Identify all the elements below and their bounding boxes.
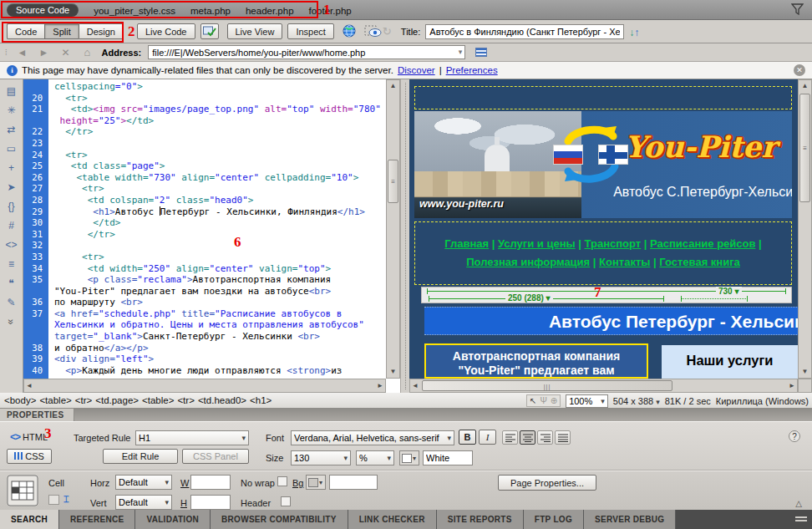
nav-link[interactable]: Контакты [599, 256, 650, 268]
targeted-rule-select[interactable]: H1 ▾ [135, 430, 249, 445]
forward-icon[interactable]: ► [37, 47, 52, 58]
code-line[interactable]: 28 <td colspan="2" class="head0"> [23, 195, 386, 206]
check-browser-compat-icon[interactable] [200, 23, 219, 39]
text-color-swatch[interactable]: ▾ [399, 450, 419, 465]
h-input[interactable] [190, 495, 231, 510]
site-banner[interactable]: You-Piter Автобус С.Петербург-Хельсинки … [414, 111, 792, 218]
coding-toolbar-icon[interactable]: ▤ [7, 86, 16, 96]
html-mode-button[interactable]: <> HTML [10, 431, 48, 443]
tag-selector-item[interactable]: <h1> [250, 395, 272, 405]
column-width-label[interactable]: 250 (288) ▾ [505, 293, 553, 303]
coding-toolbar-icon[interactable]: ✎ [7, 298, 15, 308]
file-management-icon[interactable]: ↓↑ [629, 24, 639, 39]
address-input[interactable]: file:///E|/WebServers/home/you-piter/www… [148, 45, 465, 59]
align-center-button[interactable] [520, 430, 535, 445]
code-line[interactable]: Хельсинки и обратно. Цены и места отправ… [23, 319, 386, 331]
help-icon[interactable]: ? [789, 430, 800, 442]
font-select[interactable]: Verdana, Arial, Helvetica, sans-serif ▾ [291, 430, 454, 445]
header-checkbox[interactable] [281, 496, 291, 506]
back-icon[interactable]: ◄ [15, 47, 30, 58]
bold-button[interactable]: B [459, 430, 476, 445]
preferences-link[interactable]: Preferences [446, 65, 498, 75]
close-icon[interactable]: ✕ [794, 64, 805, 76]
w-input[interactable] [190, 475, 231, 490]
code-line[interactable]: 23 [23, 138, 386, 150]
coding-toolbar-icon[interactable]: » [7, 319, 17, 325]
italic-button[interactable]: I [479, 430, 496, 445]
coding-toolbar-icon[interactable]: # [8, 221, 14, 231]
chevron-down-icon[interactable]: ▾ [459, 48, 463, 56]
tag-selector-item[interactable]: <table> [39, 395, 71, 405]
css-panel-button[interactable]: CSS Panel [182, 449, 249, 464]
design-vscrollbar[interactable]: ▲ ≡ ▼ [798, 79, 812, 379]
panel-menu-icon[interactable] [795, 516, 807, 523]
scroll-right-icon[interactable]: ► [789, 382, 795, 389]
filter-icon[interactable] [791, 3, 804, 15]
table-width-bar[interactable]: 730 ▾ 250 (288) ▾ [421, 287, 792, 303]
stop-icon[interactable]: ✕ [58, 47, 74, 58]
scroll-thumb[interactable]: ≡ [388, 160, 398, 203]
justify-button[interactable] [555, 430, 571, 445]
scroll-left-icon[interactable]: ◄ [412, 382, 419, 389]
reclama-box[interactable]: Автотранспортная компания "You-Piter" пр… [424, 343, 648, 379]
code-view[interactable]: cellspacing="0">20 <tr>21 <td><img src="… [23, 79, 386, 379]
coding-toolbar-icon[interactable]: + [8, 163, 14, 173]
nav-link[interactable]: Полезная информация [466, 256, 590, 268]
magnification-select[interactable]: 100% ▾ [566, 394, 608, 408]
results-tab-reference[interactable]: REFERENCE [59, 510, 135, 529]
table-width-label[interactable]: 730 ▾ [716, 287, 742, 296]
vert-select[interactable]: Default ▾ [115, 495, 172, 510]
view-options-icon[interactable] [475, 48, 487, 57]
code-line[interactable]: 37<a href="schedule.php" title="Расписан… [23, 308, 386, 320]
scroll-left-icon[interactable]: ◄ [26, 382, 33, 389]
code-line[interactable]: 21 <td><img src="images/page_top.png" al… [23, 104, 386, 115]
results-tab-validation[interactable]: VALIDATION [135, 510, 211, 529]
code-line[interactable]: cellspacing="0"> [23, 81, 386, 93]
unit-select[interactable]: % ▾ [356, 450, 394, 465]
tag-selector-item[interactable]: <td.head0> [198, 395, 246, 405]
code-vscrollbar[interactable]: ▲ ≡ ▼ [386, 79, 400, 379]
live-code-button[interactable]: Live Code [137, 23, 195, 39]
hand-tool-icon[interactable]: Ψ [540, 396, 546, 405]
properties-tab[interactable]: PROPERTIES [0, 409, 74, 421]
page-properties-button[interactable]: Page Properties... [498, 475, 596, 491]
horz-select[interactable]: Default ▾ [115, 475, 172, 490]
code-line[interactable]: 30 </td> [23, 217, 386, 229]
scroll-thumb[interactable]: ≡ [799, 94, 810, 202]
tag-selector-item[interactable]: <table> [142, 395, 174, 405]
code-line[interactable]: 38и обратно</a></p> [23, 343, 386, 354]
tag-selector-item[interactable]: <tr> [177, 395, 194, 405]
code-line[interactable]: 27 <tr> [23, 183, 386, 195]
merge-cells-icon[interactable] [48, 495, 59, 505]
css-mode-button[interactable]: CSS [7, 449, 52, 464]
code-line[interactable]: 36по маршруту <br> [23, 297, 386, 308]
code-line[interactable]: 24 <tr> [23, 150, 386, 161]
coding-toolbar-icon[interactable]: ➤ [7, 182, 15, 192]
coding-toolbar-icon[interactable]: ⇄ [7, 125, 15, 135]
nav-link[interactable]: Расписание рейсов [650, 237, 755, 250]
edit-rule-button[interactable]: Edit Rule [103, 449, 178, 464]
split-divider[interactable] [400, 79, 409, 393]
results-tab-ftp-log[interactable]: FTP LOG [524, 510, 584, 529]
code-line[interactable]: 31 </tr> [23, 229, 386, 241]
coding-toolbar-icon[interactable]: <> [5, 240, 17, 250]
code-line[interactable]: 26 <table width="730" align="center" cel… [23, 172, 386, 184]
design-hscrollbar[interactable]: ◄ ||| ► [409, 379, 798, 393]
scroll-right-icon[interactable]: ► [377, 382, 383, 389]
collapse-panel-icon[interactable]: △ [795, 499, 802, 508]
scroll-down-icon[interactable]: ▼ [799, 366, 811, 378]
zoom-tool-icon[interactable]: ⊕ [551, 396, 557, 405]
services-box[interactable]: Наши услуги [662, 345, 798, 379]
title-input[interactable] [425, 24, 624, 39]
scroll-down-icon[interactable]: ▼ [387, 366, 399, 378]
code-line[interactable]: 39<div align="left"> [23, 354, 386, 365]
live-view-button[interactable]: Live View [227, 23, 283, 39]
page-h1-design[interactable]: Автобус Петербург - Хельсинки, Финляндия [424, 307, 798, 335]
align-right-button[interactable] [537, 430, 553, 445]
tag-selector-item[interactable]: <body> [4, 395, 36, 405]
results-tab-link-checker[interactable]: LINK CHECKER [348, 510, 437, 529]
code-line[interactable]: 32 [23, 240, 386, 252]
results-tab-site-reports[interactable]: SITE REPORTS [437, 510, 524, 529]
nav-link[interactable]: Главная [444, 237, 489, 250]
visual-aids-icon[interactable] [364, 25, 383, 38]
